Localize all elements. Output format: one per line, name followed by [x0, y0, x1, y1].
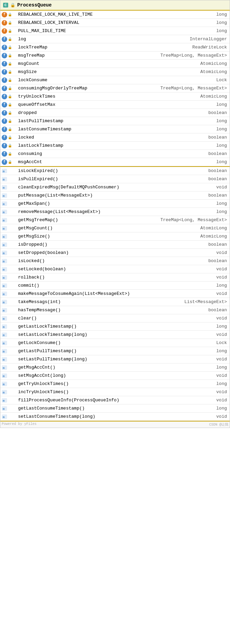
table-row[interactable]: m takeMessags(int) List<MessageExt>	[0, 298, 230, 306]
table-row[interactable]: m setDropped(boolean) void	[0, 249, 230, 257]
table-row[interactable]: m isDropped() boolean	[0, 241, 230, 249]
table-row[interactable]: f 🔒 log InternalLogger	[0, 35, 230, 43]
method-icon: m	[2, 250, 7, 256]
method-name: getMaxSpan()	[17, 201, 187, 206]
svg-text:m: m	[3, 358, 5, 362]
method-name: removeMessage(List<MessageExt>)	[17, 209, 187, 214]
field-icon: f	[2, 127, 7, 132]
lock-icon: 🔒	[8, 62, 12, 66]
table-row[interactable]: m getMsgCount() AtomicLong	[0, 224, 230, 232]
row-icons: f 🔒	[2, 102, 17, 108]
method-icon: m	[2, 258, 7, 264]
table-row[interactable]: f 🔒 REBALANCE_LOCK_MAX_LIVE_TIME long	[0, 11, 230, 19]
method-name: getMsgAccCnt()	[17, 365, 187, 370]
table-row[interactable]: m isLockExpired() boolean	[0, 167, 230, 175]
table-row[interactable]: f 🔒 msgAccCnt long	[0, 158, 230, 166]
lock-icon: 🔒	[8, 37, 12, 41]
table-row[interactable]: f 🔒 locked boolean	[0, 133, 230, 142]
footer-left: Powered by yFiles	[2, 422, 37, 427]
table-row[interactable]: f 🔒 lastLockTimestamp long	[0, 142, 230, 150]
table-row[interactable]: m setLastPullTimestamp(long) void	[0, 355, 230, 363]
method-icon: m	[2, 365, 7, 370]
class-name: ProcessQueue	[17, 2, 52, 8]
row-icons: f 🔒	[2, 110, 17, 116]
table-row[interactable]: f 🔒 tryUnlockTimes AtomicLong	[0, 92, 230, 101]
table-row[interactable]: f 🔒 msgTreeMap TreeMap<Long, MessageExt>	[0, 52, 230, 60]
row-icons: m	[2, 332, 17, 338]
lock-icon: 🔒	[8, 135, 12, 140]
table-row[interactable]: f 🔒 queueOffsetMax long	[0, 101, 230, 109]
method-type: boolean	[187, 193, 228, 198]
table-row[interactable]: f 🔒 msgCount AtomicLong	[0, 60, 230, 68]
svg-text:m: m	[3, 186, 5, 190]
field-icon: f	[2, 37, 7, 42]
table-row[interactable]: m setLastLockTimestamp(long) void	[0, 331, 230, 339]
table-row[interactable]: f 🔒 lockConsume Lock	[0, 76, 230, 84]
method-name: getTryUnlockTimes()	[17, 381, 187, 386]
table-row[interactable]: m hasTempMessage() boolean	[0, 306, 230, 314]
table-row[interactable]: m getLastLockTimestamp() long	[0, 323, 230, 331]
lock-icon: 🔒	[8, 45, 12, 49]
table-row[interactable]: m getLastPullTimestamp() long	[0, 347, 230, 355]
method-type: void	[187, 373, 228, 378]
svg-text:m: m	[3, 301, 5, 304]
table-row[interactable]: f 🔒 msgSize AtomicLong	[0, 68, 230, 76]
field-icon: f	[2, 102, 7, 108]
method-icon: m	[2, 291, 7, 297]
table-row[interactable]: m getLockConsume() Lock	[0, 339, 230, 347]
table-row[interactable]: m makeMessageToCosumeAgain(List<MessageE…	[0, 290, 230, 298]
field-icon: f	[2, 143, 7, 148]
table-row[interactable]: f 🔒 lastConsumeTimestamp long	[0, 125, 230, 133]
method-type: AtomicLong	[187, 226, 228, 231]
table-row[interactable]: m setLocked(boolean) void	[0, 265, 230, 273]
method-name: fillProcessQueueInfo(ProcessQueueInfo)	[17, 398, 187, 403]
table-row[interactable]: f 🔒 dropped boolean	[0, 109, 230, 117]
table-row[interactable]: m setMsgAccCnt(long) void	[0, 372, 230, 380]
method-type: long	[187, 348, 228, 354]
table-row[interactable]: f 🔒 lastPullTimestamp long	[0, 117, 230, 125]
table-row[interactable]: f 🔒 consuming boolean	[0, 150, 230, 158]
table-row[interactable]: m getMaxSpan() long	[0, 200, 230, 208]
table-row[interactable]: m rollback() void	[0, 273, 230, 282]
row-icons: m	[2, 414, 17, 419]
lock-icon: 🔒	[8, 144, 12, 148]
method-type: boolean	[187, 242, 228, 247]
class-badge: C	[3, 3, 8, 8]
table-row[interactable]: m getMsgAccCnt() long	[0, 363, 230, 372]
method-icon: m	[2, 201, 7, 206]
table-row[interactable]: f 🔒 REBALANCE_LOCK_INTERVAL long	[0, 19, 230, 27]
table-row[interactable]: f 🔒 consumingMsgOrderlyTreeMap TreeMap<L…	[0, 84, 230, 92]
table-row[interactable]: f 🔒 lockTreeMap ReadWriteLock	[0, 43, 230, 52]
svg-text:m: m	[3, 178, 5, 182]
field-name: REBALANCE_LOCK_INTERVAL	[17, 20, 187, 25]
row-icons: f 🔒	[2, 69, 17, 75]
svg-text:m: m	[3, 326, 5, 329]
table-row[interactable]: m removeMessage(List<MessageExt>) long	[0, 208, 230, 216]
table-row[interactable]: m putMessage(List<MessageExt>) boolean	[0, 191, 230, 200]
method-type: void	[187, 332, 228, 337]
table-row[interactable]: m clear() void	[0, 314, 230, 323]
method-type: long	[187, 201, 228, 206]
field-type: AtomicLong	[187, 94, 228, 99]
table-row[interactable]: m cleanExpiredMsg(DefaultMQPushConsumer)…	[0, 183, 230, 191]
field-icon: f	[2, 77, 7, 83]
table-row[interactable]: m incTryUnlockTimes() void	[0, 388, 230, 396]
row-icons: f 🔒	[2, 94, 17, 99]
method-type: void	[187, 398, 228, 403]
method-type: void	[187, 275, 228, 280]
method-name: isPullExpired()	[17, 176, 187, 182]
table-row[interactable]: f 🔒 PULL_MAX_IDLE_TIME long	[0, 27, 230, 35]
table-row[interactable]: m getLastConsumeTimestamp() long	[0, 404, 230, 413]
lock-icon: 🔒	[8, 160, 12, 164]
table-row[interactable]: m commit() long	[0, 282, 230, 290]
field-name: queueOffsetMax	[17, 102, 187, 107]
table-row[interactable]: m setLastConsumeTimestamp(long) void	[0, 413, 230, 421]
field-icon: f	[2, 20, 7, 26]
table-row[interactable]: m fillProcessQueueInfo(ProcessQueueInfo)…	[0, 396, 230, 404]
table-row[interactable]: m getMsgTreeMap() TreeMap<Long, MessageE…	[0, 216, 230, 224]
table-row[interactable]: m getTryUnlockTimes() long	[0, 380, 230, 388]
table-row[interactable]: m isLocked() boolean	[0, 257, 230, 265]
table-row[interactable]: m isPullExpired() boolean	[0, 175, 230, 183]
table-row[interactable]: m getMsgSize() AtomicLong	[0, 232, 230, 241]
method-name: rollback()	[17, 275, 187, 280]
